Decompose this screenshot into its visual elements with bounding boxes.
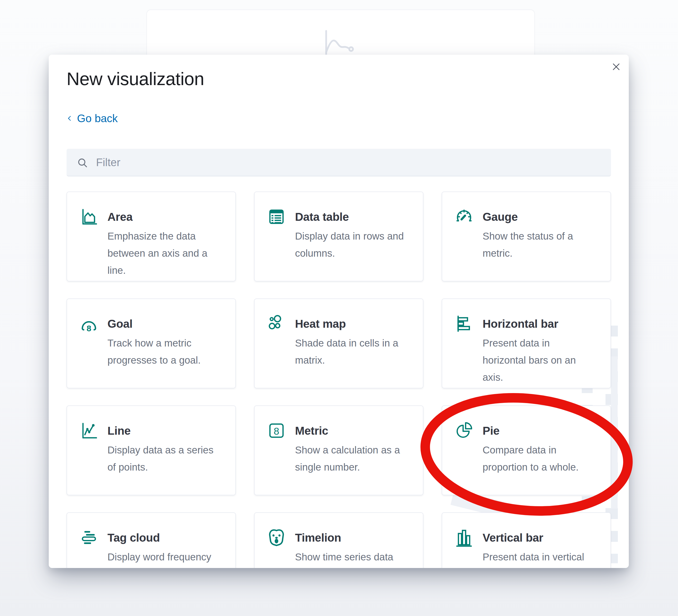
vis-card-timelion[interactable]: Timelion Show time series data on a grap… (254, 512, 423, 568)
vis-card-data-table[interactable]: Data table Display data in rows and colu… (254, 192, 423, 281)
card-description: Show the status of a metric. (483, 228, 593, 262)
card-description: Present data in horizontal bars on an ax… (483, 335, 593, 386)
page-background: New visualization Go back (0, 0, 678, 616)
horizontal-bar-icon (454, 314, 474, 334)
card-header: Line (79, 421, 225, 440)
vis-card-heat-map[interactable]: Heat map Shade data in cells in a matrix… (254, 299, 423, 388)
vis-card-metric[interactable]: 8 Metric Show a calculation as a single … (254, 406, 423, 495)
vis-card-goal[interactable]: 8 Goal Track how a metric progresses to … (67, 299, 236, 388)
metric-icon: 8 (266, 421, 287, 440)
vis-card-horizontal-bar[interactable]: Horizontal bar Present data in horizonta… (442, 299, 611, 388)
vis-card-pie[interactable]: Pie Compare data in proportion to a whol… (442, 406, 611, 495)
card-header: Heat map (266, 314, 412, 334)
vis-card-tag-cloud[interactable]: Tag cloud Display word frequency with fo… (67, 512, 236, 568)
card-header: 8 Metric (266, 421, 412, 440)
card-header: Horizontal bar (454, 314, 600, 334)
chevron-left-icon (67, 114, 73, 123)
card-header: Area (79, 207, 225, 227)
visualization-grid: Area Emphasize the data between an axis … (67, 192, 611, 568)
new-visualization-dialog: New visualization Go back (49, 55, 629, 568)
card-header: Tag cloud (79, 528, 225, 547)
heat-map-icon (266, 314, 287, 334)
gauge-icon (454, 207, 474, 227)
vis-card-vertical-bar[interactable]: Vertical bar Present data in vertical ba… (442, 512, 611, 568)
card-title: Timelion (295, 531, 341, 544)
tag-cloud-icon (79, 528, 99, 547)
card-title: Tag cloud (108, 531, 160, 544)
card-title: Horizontal bar (483, 317, 558, 330)
card-title: Metric (295, 424, 328, 437)
card-title: Pie (483, 424, 499, 437)
filter-field (67, 149, 611, 176)
card-header: Pie (454, 421, 600, 440)
card-description: Track how a metric progresses to a goal. (108, 335, 218, 369)
card-header: Data table (266, 207, 412, 227)
svg-text:8: 8 (274, 426, 279, 437)
svg-text:8: 8 (86, 324, 91, 333)
card-description: Display data as a series of points. (108, 441, 218, 476)
card-description: Emphasize the data between an axis and a… (108, 228, 218, 279)
goal-icon: 8 (79, 314, 99, 334)
dialog-title: New visualization (67, 69, 611, 89)
card-title: Data table (295, 210, 349, 223)
filter-input[interactable] (67, 149, 611, 176)
close-icon (611, 62, 621, 72)
card-header: Timelion (266, 528, 412, 547)
go-back-label: Go back (77, 112, 118, 125)
card-title: Area (108, 210, 133, 223)
timelion-icon (266, 528, 287, 547)
card-description: Display word frequency with font size. (108, 548, 218, 568)
card-title: Heat map (295, 317, 346, 330)
card-description: Display data in rows and columns. (295, 228, 406, 262)
vertical-bar-icon (454, 528, 474, 547)
card-title: Gauge (483, 210, 518, 223)
search-icon (77, 157, 88, 168)
area-chart-icon (79, 207, 99, 227)
card-description: Present data in vertical bars on an axis… (483, 548, 593, 568)
card-title: Line (108, 424, 130, 437)
card-description: Shade data in cells in a matrix. (295, 335, 406, 369)
close-button[interactable] (611, 61, 622, 72)
line-chart-icon (79, 421, 99, 440)
card-description: Compare data in proportion to a whole. (483, 441, 593, 476)
card-description: Show time series data on a graph. (295, 548, 406, 568)
go-back-link[interactable]: Go back (67, 112, 118, 125)
card-title: Vertical bar (483, 531, 543, 544)
vis-card-area[interactable]: Area Emphasize the data between an axis … (67, 192, 236, 281)
vis-card-line[interactable]: Line Display data as a series of points. (67, 406, 236, 495)
card-header: 8 Goal (79, 314, 225, 334)
card-header: Vertical bar (454, 528, 600, 547)
card-header: Gauge (454, 207, 600, 227)
card-title: Goal (108, 317, 133, 330)
faded-line-chart-icon (323, 30, 361, 58)
card-description: Show a calculation as a single number. (295, 441, 406, 476)
vis-card-gauge[interactable]: Gauge Show the status of a metric. (442, 192, 611, 281)
data-table-icon (266, 207, 287, 227)
pie-chart-icon (454, 421, 474, 440)
watermark-bar (611, 356, 617, 509)
